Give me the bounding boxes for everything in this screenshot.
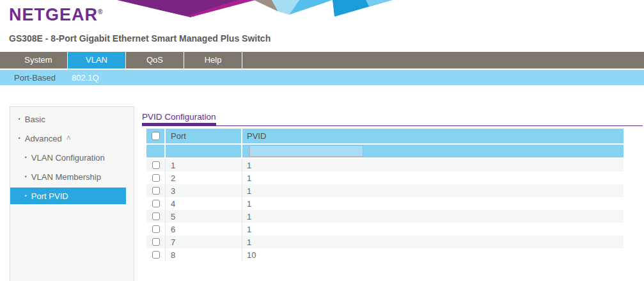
netgear-logo: NETGEAR® (9, 5, 103, 25)
bullet-icon: ▪ (25, 174, 27, 179)
row-checkbox[interactable] (152, 187, 160, 195)
sidebar-item-basic[interactable]: ▪ Basic (10, 109, 134, 129)
table-row: 6 1 (146, 223, 624, 236)
title-underline (142, 123, 643, 126)
pvid-cell: 1 (242, 223, 624, 236)
subnav-item-port-based[interactable]: Port-Based (14, 73, 56, 83)
tab-qos[interactable]: QoS (126, 52, 184, 68)
table-row: 2 1 (146, 172, 624, 184)
port-cell: 5 (166, 210, 242, 223)
row-checkbox[interactable] (152, 238, 160, 246)
table-body: 1 1 2 1 3 1 4 1 5 1 6 1 7 (146, 159, 624, 261)
tab-help[interactable]: Help (184, 52, 242, 68)
table-filter-row (146, 145, 624, 159)
sidebar-item-vlan-configuration[interactable]: ▪ VLAN Configuration (10, 148, 134, 167)
table-row: 7 1 (146, 236, 624, 248)
pvid-cell: 10 (242, 248, 624, 261)
sidebar: ▪ Basic ▪ Advanced ˄ ▪ VLAN Configuratio… (10, 106, 134, 281)
row-checkbox[interactable] (152, 213, 160, 220)
pvid-cell: 1 (242, 159, 624, 172)
pvid-input[interactable] (249, 145, 363, 157)
port-cell: 7 (166, 236, 242, 248)
row-checkbox[interactable] (152, 174, 160, 182)
caret-up-icon: ˄ (67, 134, 71, 143)
sidebar-item-label: Advanced (25, 134, 62, 143)
tab-vlan[interactable]: VLAN (68, 52, 126, 68)
bullet-icon: ▪ (25, 155, 27, 160)
pvid-cell: 1 (242, 210, 624, 223)
subnav-item-8021q[interactable]: 802.1Q (72, 73, 99, 83)
sidebar-item-label: Basic (25, 115, 45, 124)
row-checkbox[interactable] (152, 225, 160, 233)
port-cell: 3 (166, 184, 242, 197)
sidebar-item-vlan-membership[interactable]: ▪ VLAN Membership (10, 167, 134, 186)
port-cell: 6 (166, 223, 242, 236)
row-checkbox[interactable] (152, 161, 160, 169)
vlan-sub-nav: Port-Based 802.1Q (0, 70, 644, 85)
select-all-checkbox[interactable] (152, 132, 160, 140)
sidebar-item-port-pvid[interactable]: ▪ Port PVID (10, 188, 126, 204)
pvid-cell: 1 (242, 197, 624, 210)
pvid-cell: 1 (242, 184, 624, 197)
bullet-icon: ▪ (25, 193, 27, 198)
page-title: PVID Configuration (142, 112, 216, 122)
sidebar-item-label: VLAN Configuration (31, 153, 105, 163)
sidebar-item-label: Port PVID (31, 191, 68, 201)
pvid-cell: 1 (242, 236, 624, 248)
row-checkbox[interactable] (152, 200, 160, 207)
sidebar-item-label: VLAN Membership (31, 172, 101, 182)
table-header-row: Port PVID (146, 129, 624, 145)
column-header-port: Port (166, 129, 242, 143)
table-row: 8 10 (146, 248, 624, 261)
port-cell: 8 (166, 248, 242, 261)
sidebar-item-advanced[interactable]: ▪ Advanced ˄ (10, 129, 134, 148)
bullet-icon: ▪ (19, 136, 20, 141)
registered-mark: ® (98, 8, 103, 15)
port-cell: 2 (166, 172, 242, 184)
row-checkbox[interactable] (152, 251, 160, 259)
bullet-icon: ▪ (19, 116, 20, 122)
table-row: 5 1 (146, 210, 624, 223)
pvid-cell: 1 (242, 172, 624, 184)
port-cell: 1 (166, 159, 242, 172)
product-title: GS308E - 8-Port Gigabit Ethernet Smart M… (9, 33, 271, 44)
pvid-table: Port PVID 1 1 2 1 3 1 4 1 (146, 129, 624, 261)
table-row: 1 1 (146, 159, 624, 172)
port-cell: 4 (166, 197, 242, 210)
main-nav: System VLAN QoS Help (0, 52, 644, 68)
header-banner-graphic (107, 0, 395, 18)
table-row: 4 1 (146, 197, 624, 210)
column-header-pvid: PVID (242, 129, 624, 143)
tab-system[interactable]: System (10, 52, 68, 68)
table-row: 3 1 (146, 184, 624, 197)
logo-text: NETGEAR (9, 5, 98, 24)
